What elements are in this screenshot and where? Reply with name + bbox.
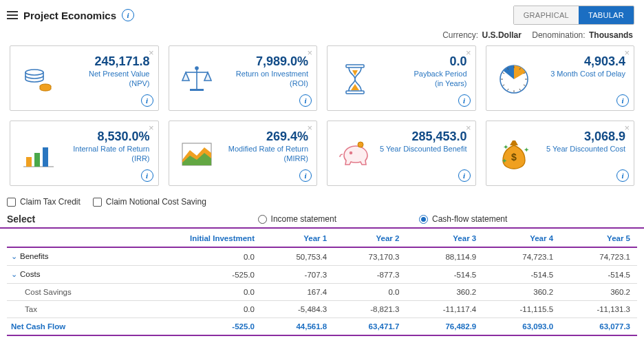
svg-rect-23 <box>34 153 40 167</box>
card-body: 7,989.0% Return on Investment(ROI) <box>217 52 310 106</box>
card-label: Modified Rate of Return(MIRR) <box>217 145 309 164</box>
svg-rect-22 <box>26 157 32 167</box>
info-icon[interactable]: i <box>458 169 471 182</box>
svg-point-4 <box>195 67 198 70</box>
piggy-icon <box>334 127 376 181</box>
cell: 50,753.4 <box>261 247 334 266</box>
close-icon[interactable]: × <box>149 123 154 132</box>
page-title: Project Economics <box>23 10 116 21</box>
cashflow-statement-label: Cash-flow statement <box>432 214 507 224</box>
metric-card: × 7,989.0% Return on Investment(ROI) i <box>169 45 318 111</box>
cell: 0.0 <box>131 247 261 266</box>
metric-card: × 285,453.0 5 Year Discounted Benefit i <box>327 121 476 186</box>
row-label: Net Cash Flow <box>7 318 131 336</box>
cell: 88,114.9 <box>406 247 483 266</box>
column-header: Year 2 <box>334 229 406 247</box>
menu-icon[interactable] <box>7 11 18 19</box>
info-icon[interactable]: i <box>458 94 471 107</box>
column-header: Initial Investment <box>131 229 261 247</box>
card-label: 5 Year Discounted Benefit <box>376 145 467 154</box>
card-body: 4,903.4 3 Month Cost of Delay <box>535 52 627 106</box>
row-label: Cost Savings <box>7 284 131 301</box>
card-body: 285,453.0 5 Year Discounted Benefit <box>376 127 469 181</box>
svg-line-14 <box>519 88 521 90</box>
money-bag-icon: $✦✦✦ <box>493 127 535 181</box>
svg-line-13 <box>523 85 525 86</box>
hourglass-icon <box>334 52 376 106</box>
close-icon[interactable]: × <box>624 123 630 132</box>
cell: -514.5 <box>560 266 637 284</box>
claim-notional-label: Claim Notional Cost Saving <box>106 197 206 207</box>
cell: -8,821.3 <box>334 301 406 318</box>
close-icon[interactable]: × <box>307 123 312 132</box>
info-icon[interactable]: i <box>299 169 312 182</box>
svg-point-26 <box>350 152 352 154</box>
claim-tax-credit-checkbox[interactable]: Claim Tax Credit <box>7 197 80 207</box>
graphical-toggle[interactable]: GRAPHICAL <box>514 6 579 24</box>
claim-tax-label: Claim Tax Credit <box>20 197 80 207</box>
info-icon[interactable]: i <box>122 9 134 21</box>
cashflow-table: Initial InvestmentYear 1Year 2Year 3Year… <box>7 229 637 336</box>
topbar: Project Economics i GRAPHICAL TABULAR <box>0 0 644 28</box>
close-icon[interactable]: × <box>466 123 471 132</box>
card-value: 4,903.4 <box>535 54 626 69</box>
claim-notional-checkbox[interactable]: Claim Notional Cost Saving <box>93 197 206 207</box>
cell: 63,093.0 <box>483 318 560 336</box>
card-value: 0.0 <box>376 54 467 69</box>
close-icon[interactable]: × <box>466 48 471 57</box>
column-header: Year 1 <box>261 229 334 247</box>
info-icon[interactable]: i <box>616 169 629 182</box>
checkbox-icon <box>93 198 102 207</box>
info-icon[interactable]: i <box>299 94 312 107</box>
svg-text:✦: ✦ <box>503 143 508 151</box>
chevron-down-icon: ⌄ <box>11 252 17 261</box>
cell: -5,484.3 <box>261 301 334 318</box>
radio-icon <box>258 215 267 224</box>
cell: 360.2 <box>406 284 483 301</box>
income-statement-radio[interactable]: Income statement <box>258 214 336 224</box>
cell: -525.0 <box>131 318 261 336</box>
info-icon[interactable]: i <box>141 94 153 107</box>
card-value: 3,068.9 <box>535 129 626 144</box>
denomination-label: Denomination: <box>532 30 585 40</box>
clock-icon <box>493 52 535 106</box>
row-label[interactable]: ⌄Benefits <box>7 247 131 266</box>
card-body: 245,171.8 Net Present Value(NPV) <box>58 52 151 106</box>
close-icon[interactable]: × <box>149 48 154 57</box>
card-value: 7,989.0% <box>217 54 309 69</box>
cell: -11,115.5 <box>483 301 560 318</box>
chevron-down-icon: ⌄ <box>11 270 17 279</box>
card-label: 3 Month Cost of Delay <box>535 70 626 79</box>
cell: -525.0 <box>131 266 261 284</box>
column-header: Year 3 <box>406 229 483 247</box>
cell: -877.3 <box>334 266 406 284</box>
svg-rect-5 <box>190 89 204 91</box>
card-label: Return on Investment(ROI) <box>217 70 309 89</box>
svg-line-19 <box>502 72 504 74</box>
close-icon[interactable]: × <box>624 48 630 57</box>
cell: 0.0 <box>334 284 406 301</box>
tabular-toggle[interactable]: TABULAR <box>579 6 634 24</box>
table-row: Cost Savings0.0167.40.0360.2360.2360.2 <box>7 284 637 301</box>
denomination-value: Thousands <box>589 30 633 40</box>
cell: 0.0 <box>131 284 261 301</box>
topbar-left: Project Economics i <box>7 9 134 21</box>
scales-icon <box>176 52 217 106</box>
info-icon[interactable]: i <box>616 94 629 107</box>
close-icon[interactable]: × <box>307 48 312 57</box>
cashflow-statement-radio[interactable]: Cash-flow statement <box>419 214 507 224</box>
currency-value: U.S.Dollar <box>482 30 522 40</box>
info-icon[interactable]: i <box>141 169 153 182</box>
income-statement-label: Income statement <box>271 214 336 224</box>
svg-text:✦: ✦ <box>524 146 529 154</box>
area-chart-icon <box>176 127 217 181</box>
row-label[interactable]: ⌄Costs <box>7 266 131 284</box>
bar-chart-icon <box>17 127 58 181</box>
cell: -514.5 <box>483 266 560 284</box>
card-body: 0.0 Payback Period(in Years) <box>376 52 469 106</box>
cell: 63,077.3 <box>560 318 637 336</box>
svg-point-27 <box>358 142 363 147</box>
card-body: 269.4% Modified Rate of Return(MIRR) <box>217 127 310 181</box>
metric-card: × 269.4% Modified Rate of Return(MIRR) i <box>169 121 318 186</box>
metric-card: × $✦✦✦ 3,068.9 5 Year Discounted Cost i <box>486 121 635 186</box>
